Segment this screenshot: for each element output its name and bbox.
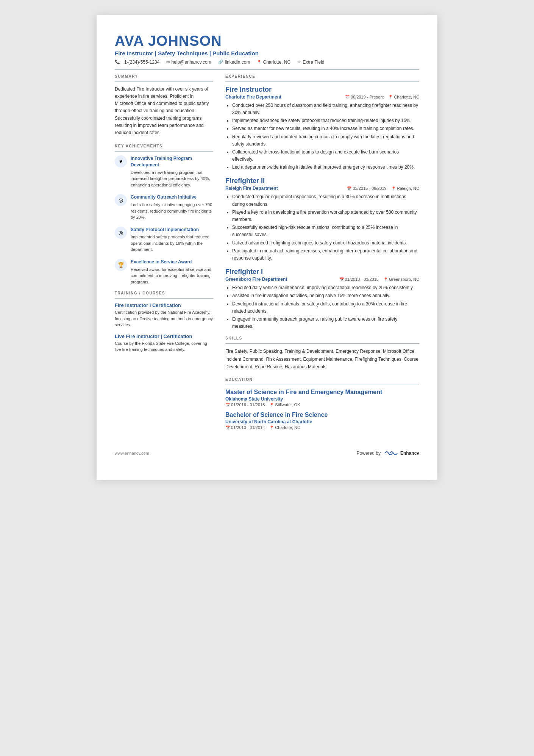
bullet-item: Participated in mutual aid training exer…	[232, 247, 419, 262]
job-dates: 📅 01/2013 - 03/2015	[339, 277, 379, 282]
achievement-item: 🏆 Excellence in Service Award Received a…	[115, 259, 213, 285]
education-label: EDUCATION	[225, 377, 419, 382]
header-section: AVA JOHNSON Fire Instructor | Safety Tec…	[115, 33, 419, 65]
skills-text: Fire Safety, Public Speaking, Training &…	[225, 347, 419, 371]
edu-dates: 📅 01/2016 - 01/2018	[225, 402, 265, 407]
job-title: Fire Instructor	[225, 86, 419, 94]
bullet-item: Served as mentor for new recruits, resul…	[232, 125, 419, 132]
job-dates-loc: 📅 06/2019 - Present 📍 Charlotte, NC	[345, 95, 419, 99]
job-dates-loc: 📅 03/2015 - 06/2019 📍 Raleigh, NC	[347, 186, 419, 191]
achievement-title: Safety Protocol Implementation	[131, 227, 213, 233]
achievement-icon: ◎	[115, 227, 127, 239]
job-company: Charlotte Fire Department	[225, 94, 281, 100]
achievements-label: KEY ACHIEVEMENTS	[115, 144, 213, 148]
job-meta: Raleigh Fire Department 📅 03/2015 - 06/2…	[225, 186, 419, 191]
job-meta: Greensboro Fire Department 📅 01/2013 - 0…	[225, 277, 419, 282]
achievement-content: Innovative Training Program Development …	[131, 155, 213, 188]
contact-row: +1-(234)-555-1234 help@enhancv.com linke…	[115, 59, 419, 65]
job-dates-loc: 📅 01/2013 - 03/2015 📍 Greensboro, NC	[339, 277, 419, 282]
bullet-item: Led a department-wide training initiativ…	[232, 164, 419, 171]
education-divider	[225, 385, 419, 385]
page-footer: www.enhancv.com Powered by Enhancv	[115, 449, 419, 457]
resume-page: AVA JOHNSON Fire Instructor | Safety Tec…	[97, 15, 437, 480]
bullet-item: Executed daily vehicle maintenance, impr…	[232, 284, 419, 291]
location-contact: Charlotte, NC	[257, 59, 290, 65]
enhancv-logo: Powered by Enhancv	[357, 449, 419, 457]
right-column: EXPERIENCE Fire Instructor Charlotte Fir…	[225, 74, 419, 435]
edu-meta: 📅 01/2016 - 01/2018 📍 Stillwater, OK	[225, 402, 419, 407]
bullet-item: Played a key role in developing a fire p…	[232, 209, 419, 223]
education-list: Master of Science in Fire and Emergency …	[225, 389, 419, 430]
header-divider	[115, 69, 419, 70]
edu-school: University of North Carolina at Charlott…	[225, 419, 419, 424]
job-meta: Charlotte Fire Department 📅 06/2019 - Pr…	[225, 94, 419, 100]
education-item: Bachelor of Science in Fire Science Univ…	[225, 412, 419, 430]
training-divider	[115, 298, 213, 299]
edu-dates: 📅 01/2010 - 01/2014	[225, 425, 265, 430]
training-label: TRAINING / COURSES	[115, 291, 213, 295]
job-dates: 📅 06/2019 - Present	[345, 95, 384, 99]
skills-label: SKILLS	[225, 336, 419, 340]
job-bullets: Conducted over 250 hours of classroom an…	[225, 102, 419, 171]
email-icon	[166, 59, 170, 64]
summary-label: SUMMARY	[115, 74, 213, 78]
bullet-item: Developed instructional materials for sa…	[232, 301, 419, 315]
candidate-title: Fire Instructor | Safety Techniques | Pu…	[115, 50, 419, 56]
achievement-desc: Implemented safety protocols that reduce…	[131, 234, 213, 253]
edu-location: 📍 Charlotte, NC	[269, 425, 300, 430]
job-dates: 📅 03/2015 - 06/2019	[347, 186, 386, 191]
body-layout: SUMMARY Dedicated Fire Instructor with o…	[115, 74, 419, 435]
training-title: Live Fire Instructor | Certification	[115, 333, 213, 339]
achievement-icon: 🏆	[115, 259, 127, 271]
extra-contact: Extra Field	[297, 59, 324, 65]
achievement-title: Community Outreach Initiative	[131, 194, 213, 200]
training-desc: Certification provided by the National F…	[115, 309, 213, 328]
job-company: Raleigh Fire Department	[225, 186, 278, 191]
edu-degree: Master of Science in Fire and Emergency …	[225, 389, 419, 396]
training-item: Fire Instructor I Certification Certific…	[115, 302, 213, 328]
experience-block: Fire Instructor Charlotte Fire Departmen…	[225, 86, 419, 171]
training-list: Fire Instructor I Certification Certific…	[115, 302, 213, 353]
achievements-list: ♥ Innovative Training Program Developmen…	[115, 155, 213, 285]
achievement-content: Excellence in Service Award Received awa…	[131, 259, 213, 285]
experience-block: Firefighter II Raleigh Fire Department 📅…	[225, 177, 419, 262]
email-contact: help@enhancv.com	[166, 59, 211, 65]
edu-degree: Bachelor of Science in Fire Science	[225, 412, 419, 418]
job-title: Firefighter I	[225, 268, 419, 276]
achievements-divider	[115, 151, 213, 152]
bullet-item: Conducted over 250 hours of classroom an…	[232, 102, 419, 116]
edu-school: Oklahoma State University	[225, 396, 419, 402]
training-item: Live Fire Instructor | Certification Cou…	[115, 333, 213, 353]
experience-label: EXPERIENCE	[225, 74, 419, 78]
edu-meta: 📅 01/2010 - 01/2014 📍 Charlotte, NC	[225, 425, 419, 430]
job-location: 📍 Charlotte, NC	[388, 95, 419, 99]
footer-website: www.enhancv.com	[115, 451, 149, 455]
bullet-item: Successfully executed high-risk rescue m…	[232, 224, 419, 238]
skills-divider	[225, 343, 419, 344]
job-location: 📍 Greensboro, NC	[383, 277, 419, 282]
achievement-item: ◎ Safety Protocol Implementation Impleme…	[115, 227, 213, 253]
bullet-item: Conducted regular equipment inspections,…	[232, 193, 419, 208]
candidate-name: AVA JOHNSON	[115, 33, 419, 49]
summary-divider	[115, 81, 213, 82]
location-icon	[257, 60, 261, 64]
achievement-content: Safety Protocol Implementation Implement…	[131, 227, 213, 253]
link-icon	[218, 59, 223, 64]
experience-list: Fire Instructor Charlotte Fire Departmen…	[225, 86, 419, 330]
phone-contact: +1-(234)-555-1234	[115, 59, 159, 65]
achievement-item: ♥ Innovative Training Program Developmen…	[115, 155, 213, 188]
enhancv-logo-svg	[383, 449, 398, 457]
training-desc: Course by the Florida State Fire College…	[115, 340, 213, 353]
bullet-item: Regularly reviewed and updated training …	[232, 133, 419, 148]
left-column: SUMMARY Dedicated Fire Instructor with o…	[115, 74, 213, 435]
star-icon	[297, 59, 301, 64]
bullet-item: Assisted in fire investigation activitie…	[232, 292, 419, 299]
achievement-title: Innovative Training Program Development	[131, 155, 213, 168]
achievement-icon: ◎	[115, 194, 127, 206]
achievement-content: Community Outreach Initiative Led a fire…	[131, 194, 213, 220]
brand-name: Enhancv	[400, 451, 419, 456]
achievement-desc: Received award for exceptional service a…	[131, 266, 213, 285]
job-bullets: Executed daily vehicle maintenance, impr…	[225, 284, 419, 330]
job-company: Greensboro Fire Department	[225, 277, 287, 282]
training-title: Fire Instructor I Certification	[115, 302, 213, 308]
